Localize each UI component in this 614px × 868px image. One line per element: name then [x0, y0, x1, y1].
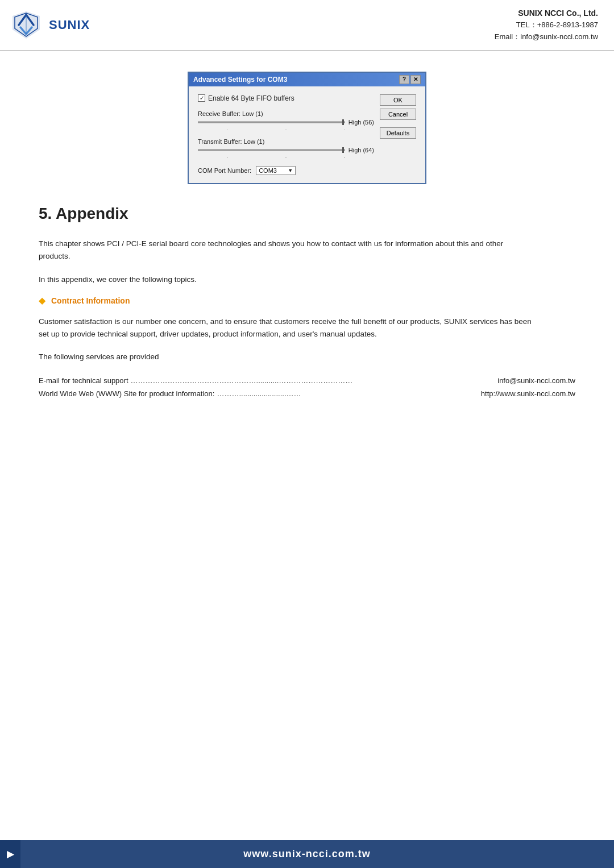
cancel-button[interactable]: Cancel — [380, 109, 416, 120]
ok-button[interactable]: OK — [380, 94, 416, 106]
footer-website: www.sunix-ncci.com.tw — [243, 848, 370, 859]
transmit-buffer-slider-row: High (64) — [198, 147, 374, 153]
page-footer: ▶ www.sunix-ncci.com.tw — [0, 840, 614, 868]
company-email: Email：info@sunix-ncci.com.tw — [495, 31, 598, 43]
services-list: E-mail for technical support ……………………………… — [39, 374, 575, 401]
intro-paragraph-2: In this appendix, we cover the following… — [39, 273, 533, 286]
list-item: E-mail for technical support ……………………………… — [39, 374, 575, 387]
service-email-dots: ……………………………………………...........………………………… — [131, 374, 496, 387]
fifo-checkbox-row: ✓ Enable 64 Byte FIFO buffers — [198, 94, 374, 102]
transmit-buffer-label: Transmit Buffer: Low (1) — [198, 138, 374, 145]
dialog-body: ✓ Enable 64 Byte FIFO buffers Receive Bu… — [189, 86, 425, 183]
dialog-titlebar-buttons: ? ✕ — [399, 75, 421, 84]
dialog-left-panel: ✓ Enable 64 Byte FIFO buffers Receive Bu… — [198, 94, 374, 175]
transmit-buffer-row: Transmit Buffer: Low (1) High (64) · — [198, 138, 374, 160]
transmit-slider-line — [198, 149, 345, 151]
transmit-buffer-slider-track[interactable] — [198, 149, 345, 151]
receive-buffer-slider-row: High (56) — [198, 119, 374, 126]
company-tel: TEL：+886-2-8913-1987 — [495, 19, 598, 31]
com-port-label: COM Port Number: — [198, 167, 251, 174]
intro-paragraph-1: This chapter shows PCI / PCI-E serial bo… — [39, 238, 533, 263]
dialog-help-button[interactable]: ? — [399, 75, 409, 84]
receive-slider-dots: · · · — [198, 127, 374, 132]
contract-info-section-header: ◆ Contract Information — [39, 296, 575, 305]
diamond-icon: ◆ — [39, 296, 45, 305]
receive-slider-line — [198, 122, 345, 123]
transmit-slider-dots: · · · — [198, 155, 374, 160]
service-www-dots: ……….......................…… — [217, 387, 478, 400]
dialog-box: Advanced Settings for COM3 ? ✕ ✓ Enable … — [188, 72, 426, 184]
section-title: Contract Information — [51, 296, 130, 305]
com-port-select[interactable]: COM3 ▼ — [256, 166, 296, 175]
dialog-screenshot: Advanced Settings for COM3 ? ✕ ✓ Enable … — [39, 72, 575, 184]
sunix-logo-icon — [10, 10, 43, 40]
receive-buffer-row: Receive Buffer: Low (1) High (56) · — [198, 110, 374, 132]
com-port-value: COM3 — [259, 167, 277, 174]
list-item: World Wide Web (WWW) Site for product in… — [39, 387, 575, 400]
service-email-value: info@sunix-ncci.com.tw — [497, 374, 575, 387]
main-content: Advanced Settings for COM3 ? ✕ ✓ Enable … — [0, 51, 614, 451]
fifo-checkbox[interactable]: ✓ — [198, 94, 205, 102]
dialog-right-panel: OK Cancel Defaults — [380, 94, 416, 175]
transmit-buffer-high-label: High (64) — [349, 147, 374, 153]
service-www-label: World Wide Web (WWW) Site for product in… — [39, 387, 214, 400]
receive-buffer-high-label: High (56) — [349, 119, 374, 126]
transmit-slider-thumb — [342, 147, 344, 153]
services-intro: The following services are provided — [39, 351, 533, 363]
com-port-row: COM Port Number: COM3 ▼ — [198, 166, 374, 175]
fifo-checkbox-label: Enable 64 Byte FIFO buffers — [208, 94, 294, 102]
logo-area: SUNIX — [10, 10, 90, 40]
defaults-button[interactable]: Defaults — [380, 127, 416, 139]
receive-slider-thumb — [342, 119, 344, 125]
dialog-titlebar: Advanced Settings for COM3 ? ✕ — [189, 73, 425, 86]
receive-buffer-slider-track[interactable] — [198, 121, 345, 123]
footer-arrow-icon: ▶ — [0, 840, 20, 868]
service-email-label: E-mail for technical support — [39, 374, 128, 387]
com-port-dropdown-icon: ▼ — [288, 168, 293, 173]
service-www-value: http://www.sunix-ncci.com.tw — [481, 387, 575, 400]
content-paragraph: Customer satisfaction is our number one … — [39, 315, 533, 341]
logo-text: SUNIX — [49, 18, 90, 32]
company-info: SUNIX NCCI Co., Ltd. TEL：+886-2-8913-198… — [495, 7, 598, 43]
dialog-close-button[interactable]: ✕ — [410, 75, 421, 84]
page-header: SUNIX SUNIX NCCI Co., Ltd. TEL：+886-2-89… — [0, 0, 614, 51]
receive-buffer-label: Receive Buffer: Low (1) — [198, 110, 374, 117]
dialog-title: Advanced Settings for COM3 — [193, 76, 287, 84]
chapter-heading: 5. Appendix — [39, 205, 575, 223]
company-name: SUNIX NCCI Co., Ltd. — [495, 7, 598, 19]
